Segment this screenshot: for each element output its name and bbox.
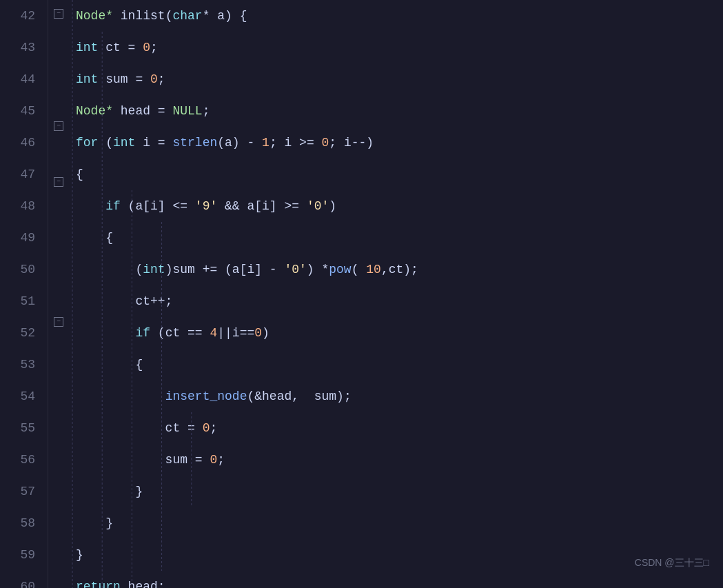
token-var: ; (217, 444, 225, 476)
fold-cell[interactable]: − (48, 112, 69, 141)
line-number: 43 (7, 32, 41, 63)
token-kw: return (76, 571, 121, 588)
line-number: 60 (7, 571, 41, 588)
fold-cell (48, 504, 69, 532)
code-line: if (ct == 4||i==0) (76, 317, 723, 349)
token-var: ) * (307, 254, 329, 285)
fold-cell (48, 476, 69, 505)
fold-cell (48, 224, 69, 252)
token-kw: if (135, 317, 150, 349)
fold-cell (48, 364, 69, 392)
token-str: '0' (307, 190, 329, 222)
token-kw2: NULL (172, 95, 202, 127)
code-line: } (76, 507, 723, 539)
fold-cell (48, 336, 69, 365)
token-var: inlist( (113, 0, 172, 32)
token-var: { (76, 222, 113, 254)
fold-cell (48, 56, 69, 84)
line-number: 59 (7, 539, 41, 571)
token-kw2: Node* (76, 0, 113, 32)
line-number: 50 (7, 254, 41, 285)
token-var: ( (76, 254, 143, 285)
token-var: i = (135, 127, 172, 159)
fold-cell (48, 448, 69, 476)
fold-cell (48, 280, 69, 308)
token-num: 0 (150, 63, 158, 95)
token-num: 10 (366, 254, 381, 285)
token-kw: int (143, 254, 165, 285)
token-var: ,ct); (381, 254, 418, 285)
token-var: ) (262, 317, 269, 349)
fold-cell (48, 532, 69, 560)
fold-cell (48, 140, 69, 168)
line-number: 56 (7, 444, 41, 476)
line-number: 44 (7, 63, 41, 95)
fold-icon[interactable]: − (54, 9, 63, 19)
fold-cell (48, 392, 69, 420)
line-number: 51 (7, 285, 41, 317)
token-var: && a[i] >= (217, 190, 307, 222)
token-var: ; (203, 95, 210, 127)
code-line: ct = 0; (76, 412, 723, 444)
token-var: (a[i] <= (121, 190, 195, 222)
token-kw: int (113, 127, 135, 159)
token-var: ct++; (76, 285, 172, 317)
token-var: (&head, sum); (247, 381, 351, 412)
code-line: (int)sum += (a[i] - '0') *pow( 10,ct); (76, 254, 723, 285)
code-line: return head; (76, 571, 723, 588)
token-var: { (76, 349, 143, 381)
fold-cell[interactable]: − (48, 308, 69, 336)
fold-icon[interactable]: − (54, 177, 63, 187)
token-var: } (76, 539, 83, 571)
token-var: ; (158, 63, 165, 95)
line-number: 47 (7, 159, 41, 190)
fold-cell (48, 252, 69, 281)
line-number: 48 (7, 190, 41, 222)
line-number: 52 (7, 317, 41, 349)
code-line: } (76, 476, 723, 507)
token-num: 0 (143, 32, 150, 63)
token-var: head; (121, 571, 165, 588)
token-str: '9' (195, 190, 217, 222)
token-var: ( (352, 254, 367, 285)
token-kw2: Node* (76, 95, 113, 127)
line-number: 54 (7, 381, 41, 412)
token-var (76, 381, 165, 412)
token-kw: int (76, 32, 98, 63)
token-var: } (76, 476, 143, 507)
code-line: sum = 0; (76, 444, 723, 476)
token-num: 0 (322, 127, 329, 159)
token-var: )sum += (a[i] - (165, 254, 285, 285)
fold-cell (48, 28, 69, 57)
line-number: 55 (7, 412, 41, 444)
token-var: ct = (98, 32, 143, 63)
fold-cell (48, 84, 69, 112)
token-num: 1 (262, 127, 269, 159)
token-num: 4 (210, 317, 217, 349)
token-fn: insert_node (165, 381, 247, 412)
token-var: ; i--) (329, 127, 374, 159)
line-number: 49 (7, 222, 41, 254)
token-var: ; i >= (269, 127, 322, 159)
code-line: int sum = 0; (76, 63, 723, 95)
token-var: ; (150, 32, 158, 63)
token-var: ) (329, 190, 336, 222)
line-number: 45 (7, 95, 41, 127)
watermark: CSDN @三十三□ (635, 547, 709, 578)
token-var: sum = (76, 444, 210, 476)
code-line: { (76, 222, 723, 254)
code-line: { (76, 159, 723, 190)
token-kw: if (76, 190, 121, 222)
token-kw: int (76, 63, 98, 95)
code-line: if (a[i] <= '9' && a[i] >= '0') (76, 190, 723, 222)
fold-icon[interactable]: − (54, 317, 63, 327)
code-line: for (int i = strlen(a) - 1; i >= 0; i--) (76, 127, 723, 159)
token-var: ; (210, 412, 217, 444)
token-var: * a) { (203, 0, 247, 32)
token-kw: for (76, 127, 98, 159)
fold-cell[interactable]: − (48, 168, 69, 196)
line-number: 42 (7, 0, 41, 32)
fold-cell[interactable]: − (48, 0, 69, 28)
line-number: 57 (7, 476, 41, 507)
fold-icon[interactable]: − (54, 121, 63, 131)
